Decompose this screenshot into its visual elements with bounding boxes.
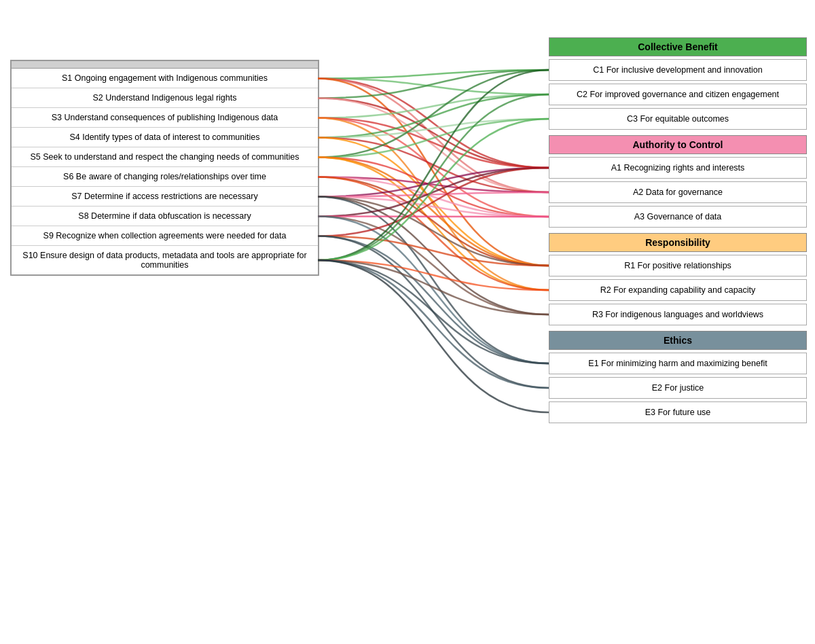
care-item-c1: C1 For inclusive development and innovat… bbox=[549, 59, 807, 81]
left-items-container: S1 Ongoing engagement with Indigenous co… bbox=[12, 69, 318, 274]
care-section-header-collective: Collective Benefit bbox=[549, 37, 807, 56]
care-item-r1: R1 For positive relationships bbox=[549, 255, 807, 276]
care-item-e1: E1 For minimizing harm and maximizing be… bbox=[549, 353, 807, 374]
care-section-header-authority: Authority to Control bbox=[549, 135, 807, 154]
left-item-s5: S5 Seek to understand and respect the ch… bbox=[12, 147, 318, 167]
left-item-s8: S8 Determine if data obfuscation is nece… bbox=[12, 207, 318, 226]
left-item-s10: S10 Ensure design of data products, meta… bbox=[12, 246, 318, 274]
care-section-collective: Collective BenefitC1 For inclusive devel… bbox=[549, 37, 807, 130]
care-section-header-responsibility: Responsibility bbox=[549, 233, 807, 252]
care-item-a1: A1 Recognizing rights and interests bbox=[549, 157, 807, 179]
care-section-header-ethics: Ethics bbox=[549, 331, 807, 350]
care-item-c3: C3 For equitable outcomes bbox=[549, 108, 807, 130]
left-item-s7: S7 Determine if access restrictions are … bbox=[12, 187, 318, 207]
care-item-r2: R2 For expanding capability and capacity bbox=[549, 279, 807, 301]
left-panel-header bbox=[12, 61, 318, 69]
left-item-s1: S1 Ongoing engagement with Indigenous co… bbox=[12, 69, 318, 88]
right-panel: Collective BenefitC1 For inclusive devel… bbox=[549, 37, 807, 429]
care-section-authority: Authority to ControlA1 Recognizing right… bbox=[549, 135, 807, 228]
left-item-s6: S6 Be aware of changing roles/relationsh… bbox=[12, 167, 318, 187]
care-section-ethics: EthicsE1 For minimizing harm and maximiz… bbox=[549, 331, 807, 423]
left-panel: S1 Ongoing engagement with Indigenous co… bbox=[10, 60, 319, 276]
left-item-s9: S9 Recognize when collection agreements … bbox=[12, 226, 318, 246]
care-item-r3: R3 For indigenous languages and worldvie… bbox=[549, 304, 807, 325]
care-section-responsibility: ResponsibilityR1 For positive relationsh… bbox=[549, 233, 807, 325]
care-item-a2: A2 Data for governance bbox=[549, 181, 807, 203]
left-item-s4: S4 Identify types of data of interest to… bbox=[12, 128, 318, 147]
left-item-s3: S3 Understand consequences of publishing… bbox=[12, 108, 318, 128]
care-item-c2: C2 For improved governance and citizen e… bbox=[549, 84, 807, 105]
left-item-s2: S2 Understand Indigenous legal rights bbox=[12, 88, 318, 108]
care-item-e2: E2 For justice bbox=[549, 377, 807, 399]
care-item-a3: A3 Governance of data bbox=[549, 206, 807, 228]
care-item-e3: E3 For future use bbox=[549, 401, 807, 423]
